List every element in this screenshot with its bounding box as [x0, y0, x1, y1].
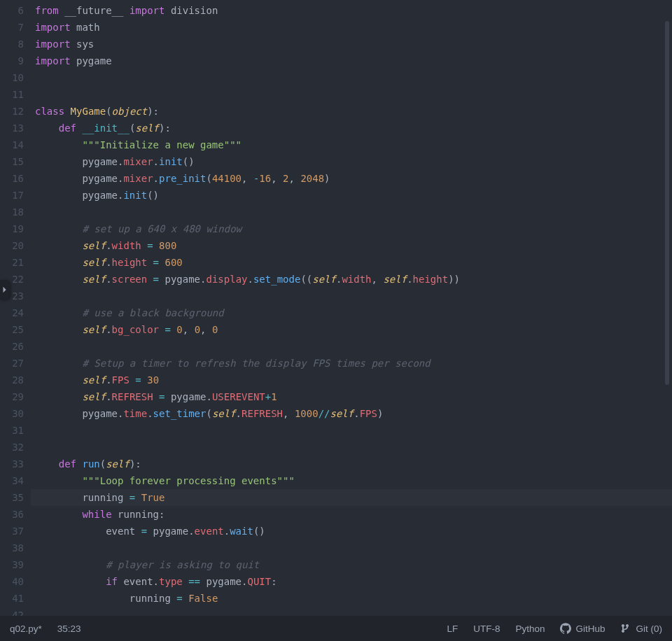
code-line[interactable]: import math: [35, 19, 672, 36]
line-number: 9: [0, 52, 31, 69]
status-git[interactable]: Git (0): [620, 623, 662, 634]
code-line[interactable]: if event.type == pygame.QUIT:: [35, 573, 672, 590]
code-line[interactable]: [35, 204, 672, 220]
line-number: 40: [0, 573, 31, 590]
line-number: 39: [0, 556, 31, 573]
code-line[interactable]: # set up a 640 x 480 window: [35, 220, 672, 237]
line-number: 11: [0, 86, 31, 103]
code-line[interactable]: [35, 422, 672, 439]
code-line[interactable]: self.FPS = 30: [35, 372, 672, 388]
line-number: 19: [0, 220, 31, 237]
line-number: 14: [0, 136, 31, 153]
code-line[interactable]: def run(self):: [35, 456, 672, 472]
status-encoding[interactable]: UTF-8: [473, 624, 500, 634]
code-line[interactable]: # player is asking to quit: [35, 556, 672, 573]
code-line[interactable]: [35, 540, 672, 556]
line-number: 18: [0, 204, 31, 220]
line-number: 38: [0, 540, 31, 556]
github-icon: [560, 623, 571, 634]
line-number: 6: [0, 2, 31, 19]
code-line[interactable]: [35, 338, 672, 355]
line-number: 8: [0, 36, 31, 52]
code-line[interactable]: # Setup a timer to refresh the display F…: [35, 355, 672, 372]
line-number: 37: [0, 523, 31, 540]
scrollbar-thumb[interactable]: [665, 21, 669, 385]
line-number: 17: [0, 187, 31, 204]
line-number: 15: [0, 153, 31, 170]
code-line[interactable]: self.bg_color = 0, 0, 0: [35, 321, 672, 338]
code-line[interactable]: pygame.mixer.pre_init(44100, -16, 2, 204…: [35, 170, 672, 187]
code-line[interactable]: from __future__ import division: [35, 2, 672, 19]
code-line[interactable]: self.REFRESH = pygame.USEREVENT+1: [35, 388, 672, 405]
line-number: 25: [0, 321, 31, 338]
line-number: 24: [0, 304, 31, 321]
line-number: 36: [0, 506, 31, 523]
code-line[interactable]: self.height = 600: [35, 254, 672, 271]
code-line[interactable]: event = pygame.event.wait(): [35, 523, 672, 540]
code-line[interactable]: [35, 288, 672, 304]
line-number: 10: [0, 69, 31, 86]
line-number: 34: [0, 472, 31, 489]
git-branch-icon: [620, 623, 631, 634]
chevron-right-icon: [1, 286, 8, 293]
code-line[interactable]: running = False: [35, 590, 672, 607]
code-area[interactable]: from __future__ import divisionimport ma…: [31, 0, 672, 616]
line-number: 29: [0, 388, 31, 405]
status-cursor-position[interactable]: 35:23: [57, 624, 81, 634]
line-number-gutter: 6789101112131415161718192021222324252627…: [0, 0, 31, 616]
code-line[interactable]: import sys: [35, 36, 672, 52]
code-line[interactable]: # use a black background: [35, 304, 672, 321]
code-line[interactable]: pygame.time.set_timer(self.REFRESH, 1000…: [35, 405, 672, 422]
line-number: 7: [0, 19, 31, 36]
status-filename[interactable]: q02.py*: [10, 624, 42, 634]
line-number: 27: [0, 355, 31, 372]
status-line-ending[interactable]: LF: [447, 624, 458, 634]
line-number: 28: [0, 372, 31, 388]
status-language[interactable]: Python: [515, 624, 545, 634]
code-line[interactable]: pygame.init(): [35, 187, 672, 204]
code-line[interactable]: self.screen = pygame.display.set_mode((s…: [35, 271, 672, 288]
code-line[interactable]: while running:: [35, 506, 672, 523]
line-number: 41: [0, 590, 31, 607]
code-line[interactable]: pygame.mixer.init(): [35, 153, 672, 170]
code-line[interactable]: def __init__(self):: [35, 120, 672, 136]
code-line[interactable]: import pygame: [35, 52, 672, 69]
code-line[interactable]: [35, 69, 672, 86]
scrollbar-track[interactable]: [665, 0, 671, 616]
line-number: 33: [0, 456, 31, 472]
code-line[interactable]: running = True: [35, 489, 672, 506]
line-number: 12: [0, 103, 31, 120]
code-line[interactable]: class MyGame(object):: [35, 103, 672, 120]
line-number: 21: [0, 254, 31, 271]
line-number: 35: [0, 489, 31, 506]
code-editor[interactable]: 6789101112131415161718192021222324252627…: [0, 0, 672, 616]
status-github-label: GitHub: [575, 624, 605, 634]
line-number: 32: [0, 439, 31, 456]
line-number: 30: [0, 405, 31, 422]
line-number: 16: [0, 170, 31, 187]
code-line[interactable]: self.width = 800: [35, 237, 672, 254]
code-line[interactable]: [35, 439, 672, 456]
status-github[interactable]: GitHub: [560, 623, 605, 634]
line-number: 31: [0, 422, 31, 439]
line-number: 20: [0, 237, 31, 254]
panel-expand-handle[interactable]: [0, 280, 10, 300]
code-line[interactable]: """Initialize a new game""": [35, 136, 672, 153]
code-line[interactable]: [35, 86, 672, 103]
line-number: 13: [0, 120, 31, 136]
status-bar: q02.py* 35:23 LF UTF-8 Python GitHub Git…: [0, 616, 672, 641]
code-line[interactable]: """Loop forever processing events""": [35, 472, 672, 489]
status-git-label: Git (0): [636, 624, 662, 634]
line-number: 26: [0, 338, 31, 355]
